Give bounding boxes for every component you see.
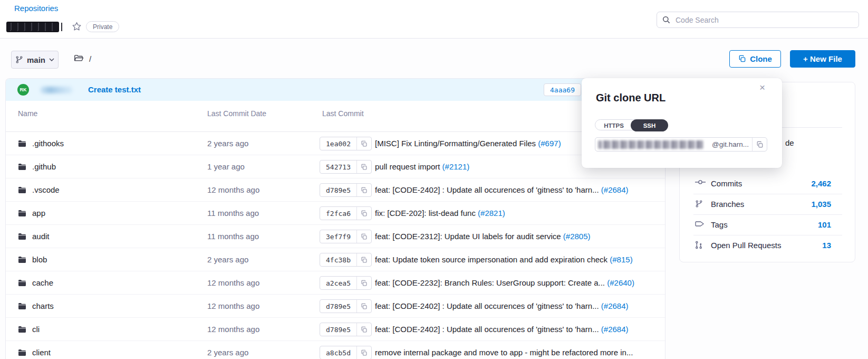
folder-icon — [18, 233, 26, 240]
commit-date: 12 months ago — [207, 301, 259, 310]
commit-message-text: remove internal package and move to app … — [375, 348, 633, 357]
commit-message-text: feat: Update token source impersonation … — [375, 255, 610, 264]
commit-sha: 3ef7f9 — [320, 233, 356, 241]
table-row[interactable]: app 11 months ago f2fca6 fix: [CDE-202]:… — [6, 202, 665, 225]
commit-sha: d789e5 — [320, 303, 356, 310]
sha-chip: a2cea5 — [320, 276, 372, 290]
clone-url-blurred — [598, 140, 703, 149]
copy-sha-button[interactable] — [356, 253, 371, 266]
protocol-toggle: HTTPS SSH — [595, 119, 668, 130]
table-row[interactable]: cache 12 months ago a2cea5 feat: [CODE-2… — [6, 271, 665, 295]
branch-icon — [15, 55, 23, 64]
pr-link[interactable]: (#2640) — [607, 278, 634, 287]
close-icon[interactable]: × — [759, 82, 765, 92]
breadcrumb[interactable]: Repositories — [14, 4, 58, 13]
folder-icon — [18, 210, 26, 217]
clone-url-tail: @git.harn... — [712, 140, 749, 148]
file-table-body: .githooks 2 years ago 1ea002 [MISC] Fix … — [6, 132, 665, 359]
search-input[interactable] — [674, 15, 853, 25]
path-separator: / — [89, 54, 91, 63]
copy-sha-button[interactable] — [356, 230, 371, 243]
table-row[interactable]: client 2 years ago a8cb5d remove interna… — [6, 341, 665, 359]
folder-name: cache — [32, 278, 53, 287]
table-row[interactable]: .github 1 year ago 542713 pull request i… — [6, 155, 665, 178]
copy-sha-button[interactable] — [356, 207, 371, 220]
star-icon[interactable] — [72, 22, 82, 31]
pull-request-icon — [695, 241, 702, 249]
copy-sha-button[interactable] — [356, 137, 371, 150]
new-file-button-label: + New File — [803, 54, 842, 63]
toggle-option-ssh[interactable]: SSH — [631, 119, 668, 131]
file-browser-card: RK Create test.txt 4aaa69 Name Last Comm… — [5, 78, 666, 359]
repo-stats-list: Commits 2,462 Branches 1,035 Tags 101 Op… — [693, 174, 842, 256]
stat-row[interactable]: Branches 1,035 — [693, 194, 842, 215]
pr-link[interactable]: (#2684) — [601, 325, 629, 334]
copy-sha-button[interactable] — [356, 277, 371, 289]
latest-commit-message-link[interactable]: Create test.txt — [88, 85, 141, 94]
copy-sha-button[interactable] — [356, 346, 371, 359]
table-row[interactable]: .githooks 2 years ago 1ea002 [MISC] Fix … — [6, 132, 665, 155]
table-row[interactable]: blob 2 years ago 4fc38b feat: Update tok… — [6, 248, 665, 271]
stat-label: Open Pull Requests — [711, 241, 781, 250]
copy-sha-button[interactable] — [356, 300, 371, 313]
sha-chip: 4fc38b — [320, 253, 372, 267]
sha-chip: d789e5 — [320, 183, 372, 197]
branch-selector[interactable]: main — [11, 51, 59, 69]
commit-sha: d789e5 — [320, 326, 356, 334]
commit-message: [MISC] Fix Linting/Formatting/Generated … — [375, 139, 561, 148]
pr-link[interactable]: (#697) — [538, 139, 561, 148]
stat-value: 13 — [822, 241, 831, 250]
commit-message: feat: Update token source impersonation … — [375, 255, 633, 264]
folder-name: .github — [32, 162, 56, 171]
commit-sha: 542713 — [320, 163, 356, 171]
column-header-last-commit-date: Last Commit Date — [207, 109, 266, 118]
stat-row[interactable]: Tags 101 — [693, 215, 842, 235]
commit-date: 1 year ago — [207, 162, 245, 171]
new-file-button[interactable]: + New File — [790, 50, 855, 68]
folder-icon — [18, 326, 26, 333]
commit-message: feat: [CODE-2232]: Branch Rules: UserGro… — [375, 278, 634, 287]
code-search-box[interactable] — [657, 12, 859, 28]
popover-title: Git clone URL — [596, 92, 666, 104]
latest-commit-sha-chip[interactable]: 4aaa69 — [544, 83, 581, 96]
pr-link[interactable]: (#2684) — [601, 185, 629, 194]
commit-date: 11 months ago — [207, 209, 259, 218]
copy-url-button[interactable] — [752, 138, 767, 151]
folder-icon — [18, 303, 26, 310]
table-row[interactable]: .vscode 12 months ago d789e5 feat: [CODE… — [6, 178, 665, 202]
commit-date: 11 months ago — [207, 232, 259, 241]
clone-url-field[interactable]: @git.harn... — [595, 137, 767, 152]
toggle-option-https[interactable]: HTTPS — [595, 120, 632, 131]
copy-sha-button[interactable] — [356, 323, 371, 336]
table-row[interactable]: cli 12 months ago d789e5 feat: [CODE-240… — [6, 318, 665, 341]
copy-sha-button[interactable] — [356, 160, 371, 173]
copy-sha-button[interactable] — [356, 184, 371, 196]
sha-chip: 1ea002 — [320, 137, 372, 150]
table-row[interactable]: charts 12 months ago d789e5 feat: [CODE-… — [6, 295, 665, 318]
pr-link[interactable]: (#2684) — [601, 301, 629, 310]
clone-url-text: @git.harn... — [595, 138, 752, 151]
stat-row[interactable]: Commits 2,462 — [693, 174, 842, 194]
pr-link[interactable]: (#2121) — [442, 162, 470, 171]
commit-message-text: feat: [CODE-2402] : Update all occurence… — [375, 185, 601, 194]
folder-name: .githooks — [32, 139, 64, 148]
tag-icon — [695, 220, 705, 228]
clone-button[interactable]: Clone — [729, 50, 781, 68]
sha-chip: 3ef7f9 — [320, 230, 372, 243]
folder-name: charts — [32, 301, 54, 310]
commit-message: feat: [CODE-2402] : Update all occurence… — [375, 185, 629, 194]
pr-link[interactable]: (#815) — [610, 255, 632, 264]
commit-date: 12 months ago — [207, 185, 259, 194]
stat-label: Commits — [711, 179, 742, 188]
pr-link[interactable]: (#2805) — [563, 232, 591, 241]
stat-value: 101 — [818, 220, 831, 229]
branch-name: main — [27, 55, 45, 64]
commit-message-text: feat: [CODE-2312]: Update UI labels for … — [375, 232, 563, 241]
stat-row[interactable]: Open Pull Requests 13 — [693, 235, 842, 256]
folder-name: cli — [32, 325, 40, 334]
table-row[interactable]: audit 11 months ago 3ef7f9 feat: [CODE-2… — [6, 225, 665, 248]
pr-link[interactable]: (#2821) — [478, 209, 505, 218]
commit-sha: 1ea002 — [320, 140, 356, 148]
clone-icon — [738, 55, 746, 63]
commit-message: fix: [CDE-202]: list-dead func (#2821) — [375, 209, 505, 218]
